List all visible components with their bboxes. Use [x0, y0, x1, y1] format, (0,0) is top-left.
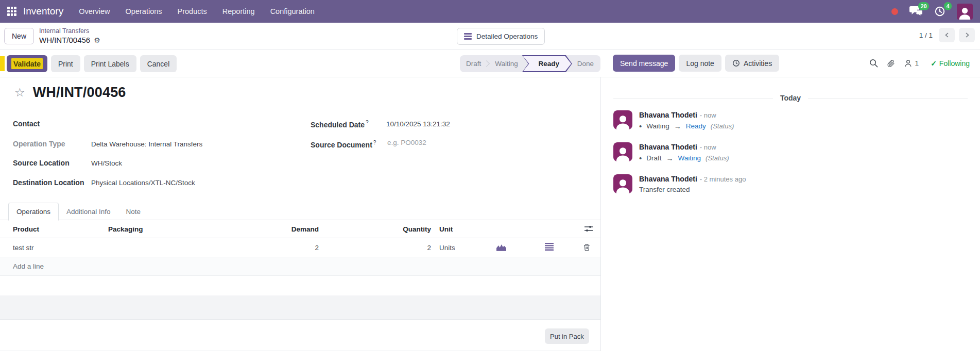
- bullet-icon: •: [639, 122, 642, 130]
- status-pipeline: Draft Waiting Ready Done: [460, 55, 600, 72]
- activities-clock-icon[interactable]: 4: [934, 6, 945, 17]
- followers-icon[interactable]: [904, 59, 913, 68]
- menu-overview[interactable]: Overview: [79, 7, 110, 15]
- column-demand[interactable]: Demand: [291, 220, 319, 238]
- operation-type-value[interactable]: Delta Warehouse: Internal Transfers: [91, 140, 202, 148]
- tab-note[interactable]: Note: [118, 203, 149, 220]
- detailed-operations-list-icon[interactable]: [545, 243, 554, 252]
- send-message-button[interactable]: Send message: [613, 55, 675, 72]
- following-label: Following: [939, 59, 970, 68]
- menu-products[interactable]: Products: [178, 7, 207, 15]
- tab-additional-info[interactable]: Additional Info: [59, 203, 118, 220]
- message-author[interactable]: Bhavana Thodeti: [639, 175, 697, 183]
- chatter-panel: Today Bhavana Thodeti- now • Waiting → R…: [601, 77, 980, 363]
- add-line-row: Add a line: [0, 257, 600, 276]
- column-packaging[interactable]: Packaging: [108, 220, 143, 238]
- message-author[interactable]: Bhavana Thodeti: [639, 111, 697, 119]
- app-brand[interactable]: Inventory: [23, 6, 63, 17]
- add-a-line-button[interactable]: Add a line: [13, 257, 44, 276]
- menu-operations[interactable]: Operations: [126, 7, 162, 15]
- message-time: - 2 minutes ago: [700, 175, 746, 183]
- stage-ready-label: Ready: [522, 55, 572, 72]
- search-messages-icon[interactable]: [869, 59, 878, 68]
- stage-ready-active[interactable]: Ready: [522, 55, 572, 72]
- table-row[interactable]: test str 2 2 Units: [0, 238, 600, 257]
- date-divider: Today: [613, 94, 968, 102]
- apps-menu-icon[interactable]: [7, 7, 16, 16]
- scheduled-date-value[interactable]: 10/10/2025 13:21:32: [386, 120, 450, 128]
- message-body: Transfer created: [639, 186, 690, 193]
- message-tracking: Bhavana Thodeti- now • Draft → Waiting (…: [613, 142, 972, 167]
- avatar[interactable]: [613, 110, 632, 129]
- tracking-field-name: (Status): [706, 154, 729, 162]
- menu-reporting[interactable]: Reporting: [222, 7, 255, 15]
- chatter-toolbar: Send message Log note Activities 1: [613, 55, 973, 72]
- column-quantity[interactable]: Quantity: [403, 220, 431, 238]
- optional-columns-button[interactable]: [584, 225, 593, 234]
- notebook-tabs: Operations Additional Info Note: [8, 201, 148, 220]
- pager-next-button[interactable]: [959, 28, 975, 42]
- highlight-marker: [0, 56, 5, 71]
- delete-row-trash-icon[interactable]: [583, 243, 591, 253]
- cancel-button[interactable]: Cancel: [140, 55, 177, 72]
- messages-count-badge: 20: [918, 2, 929, 10]
- print-button[interactable]: Print: [51, 55, 80, 72]
- validate-label: Validate: [11, 58, 43, 69]
- settings-gear-icon[interactable]: ⚙: [94, 37, 100, 44]
- followers-count: 1: [915, 59, 919, 67]
- stage-waiting[interactable]: Waiting: [489, 60, 524, 68]
- form-statusbar: Validate Print Print Labels Cancel Draft…: [0, 50, 980, 77]
- message-time: - now: [700, 111, 716, 119]
- breadcrumb: Internal Transfers WH/INT/00456 ⚙: [39, 27, 100, 45]
- put-in-pack-button[interactable]: Put in Pack: [545, 328, 589, 344]
- row-demand[interactable]: 2: [315, 238, 319, 257]
- print-labels-button[interactable]: Print Labels: [84, 55, 136, 72]
- top-navbar: Inventory Overview Operations Products R…: [0, 0, 980, 23]
- row-quantity[interactable]: 2: [427, 238, 431, 257]
- source-document-input[interactable]: [386, 138, 474, 147]
- breadcrumb-parent-link[interactable]: Internal Transfers: [39, 27, 100, 35]
- date-divider-label: Today: [780, 94, 801, 102]
- pager-previous-button[interactable]: [939, 28, 955, 42]
- activities-label: Activities: [744, 59, 772, 68]
- detailed-operations-button[interactable]: Detailed Operations: [457, 28, 545, 45]
- avatar[interactable]: [613, 174, 632, 193]
- avatar[interactable]: [613, 142, 632, 161]
- top-menu: Overview Operations Products Reporting C…: [79, 7, 315, 15]
- source-location-value[interactable]: WH/Stock: [91, 159, 122, 167]
- tracking-new-value[interactable]: Ready: [686, 122, 706, 130]
- message-tracking: Bhavana Thodeti- now • Waiting → Ready (…: [613, 110, 972, 135]
- destination-location-value[interactable]: Physical Locations/XTL-NC/Stock: [91, 179, 195, 187]
- user-avatar[interactable]: [957, 4, 973, 20]
- row-product[interactable]: test str: [13, 238, 34, 257]
- tab-operations[interactable]: Operations: [8, 203, 59, 221]
- column-unit[interactable]: Unit: [439, 220, 453, 238]
- message-author[interactable]: Bhavana Thodeti: [639, 143, 697, 151]
- help-marker: ?: [366, 120, 369, 125]
- new-button[interactable]: New: [4, 28, 34, 44]
- validate-button[interactable]: Validate: [7, 55, 47, 72]
- chevron-left-icon: [944, 32, 950, 38]
- arrow-right-icon: →: [666, 154, 674, 162]
- activities-button[interactable]: Activities: [725, 55, 779, 72]
- tracking-new-value[interactable]: Waiting: [678, 154, 701, 162]
- favorite-star-icon[interactable]: ☆: [14, 87, 25, 98]
- tracking-field-name: (Status): [711, 122, 734, 130]
- scheduled-date-label: Scheduled Date: [311, 121, 365, 129]
- source-document-label: Source Document: [311, 141, 372, 149]
- attachments-paperclip-icon[interactable]: [887, 59, 895, 68]
- message-note: Bhavana Thodeti- 2 minutes ago Transfer …: [613, 174, 972, 199]
- clock-icon: [732, 59, 740, 67]
- column-product[interactable]: Product: [13, 220, 39, 238]
- table-header-row: Product Packaging Demand Quantity Unit: [0, 220, 600, 238]
- stage-done[interactable]: Done: [571, 60, 600, 68]
- log-note-button[interactable]: Log note: [679, 55, 721, 72]
- pager-value: 1 / 1: [919, 31, 933, 39]
- row-unit: Units: [439, 238, 455, 257]
- messages-bubble-icon[interactable]: 20: [909, 6, 923, 17]
- form-sheet: ☆ WH/INT/00456 Contact Operation Type De…: [0, 77, 601, 351]
- menu-configuration[interactable]: Configuration: [270, 7, 315, 15]
- arrow-right-icon: →: [674, 122, 681, 130]
- following-button[interactable]: ✓ Following: [927, 59, 973, 68]
- forecast-report-icon[interactable]: [496, 243, 507, 253]
